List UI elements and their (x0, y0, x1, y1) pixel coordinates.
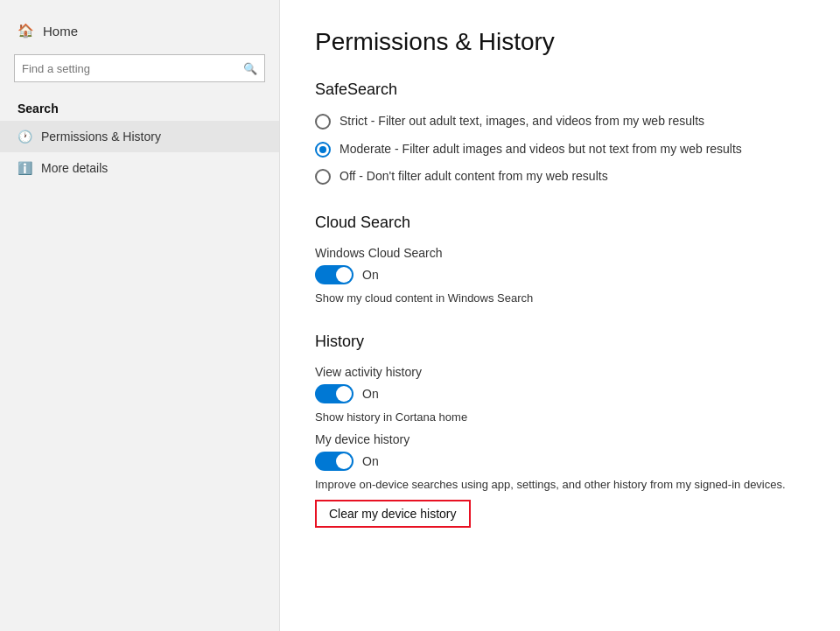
page-title: Permissions & History (315, 28, 805, 56)
strict-label: Strict - Filter out adult text, images, … (340, 113, 704, 130)
sidebar-item-label-more: More details (41, 161, 108, 175)
view-activity-toggle-row: On (315, 384, 805, 403)
device-history-toggle[interactable] (315, 452, 354, 471)
view-activity-state: On (362, 387, 379, 401)
history-section: History View activity history On Show hi… (315, 333, 805, 528)
sidebar-item-permissions-history[interactable]: 🕐 Permissions & History (0, 121, 279, 152)
sidebar-item-more-details[interactable]: ℹ️ More details (0, 152, 279, 184)
search-box: 🔍 (14, 54, 265, 82)
home-label: Home (43, 24, 78, 39)
off-label: Off - Don't filter adult content from my… (340, 168, 608, 186)
main-content: Permissions & History SafeSearch Strict … (280, 0, 840, 631)
safe-search-strict[interactable]: Strict - Filter out adult text, images, … (315, 113, 805, 130)
history-icon: 🕐 (18, 130, 32, 144)
cloud-search-title: Cloud Search (315, 214, 805, 232)
moderate-label: Moderate - Filter adult images and video… (340, 141, 742, 158)
off-radio[interactable] (315, 169, 331, 185)
info-icon: ℹ️ (18, 161, 32, 175)
view-activity-toggle[interactable] (315, 384, 354, 403)
windows-cloud-search-label: Windows Cloud Search (315, 246, 805, 260)
view-activity-description: Show history in Cortana home (315, 410, 805, 424)
cloud-search-section: Cloud Search Windows Cloud Search On Sho… (315, 214, 805, 305)
sidebar-section-header: Search (0, 96, 279, 121)
device-history-description: Improve on-device searches using app, se… (315, 478, 805, 491)
home-icon: 🏠 (18, 23, 34, 39)
search-input[interactable] (22, 62, 243, 75)
safe-search-section: SafeSearch Strict - Filter out adult tex… (315, 81, 805, 186)
sidebar: 🏠 Home 🔍 Search 🕐 Permissions & History … (0, 0, 280, 631)
cloud-search-state: On (362, 268, 379, 282)
device-history-label: My device history (315, 432, 805, 446)
cloud-search-toggle-row: On (315, 265, 805, 284)
device-history-toggle-row: On (315, 452, 805, 471)
clear-device-history-button[interactable]: Clear my device history (315, 500, 471, 528)
device-history-row: My device history On Improve on-device s… (315, 432, 805, 528)
cloud-search-description: Show my cloud content in Windows Search (315, 291, 805, 305)
sidebar-home-button[interactable]: 🏠 Home (0, 14, 279, 47)
moderate-radio[interactable] (315, 142, 331, 158)
safe-search-options: Strict - Filter out adult text, images, … (315, 113, 805, 186)
search-icon: 🔍 (243, 62, 257, 75)
view-activity-label: View activity history (315, 365, 805, 379)
strict-radio[interactable] (315, 114, 331, 130)
cloud-search-toggle[interactable] (315, 265, 354, 284)
safe-search-title: SafeSearch (315, 81, 805, 99)
sidebar-item-label-permissions: Permissions & History (41, 130, 161, 144)
device-history-state: On (362, 454, 379, 468)
history-title: History (315, 333, 805, 351)
safe-search-moderate[interactable]: Moderate - Filter adult images and video… (315, 141, 805, 158)
safe-search-off[interactable]: Off - Don't filter adult content from my… (315, 168, 805, 186)
search-container: 🔍 (0, 47, 279, 89)
view-activity-row: View activity history On Show history in… (315, 365, 805, 424)
